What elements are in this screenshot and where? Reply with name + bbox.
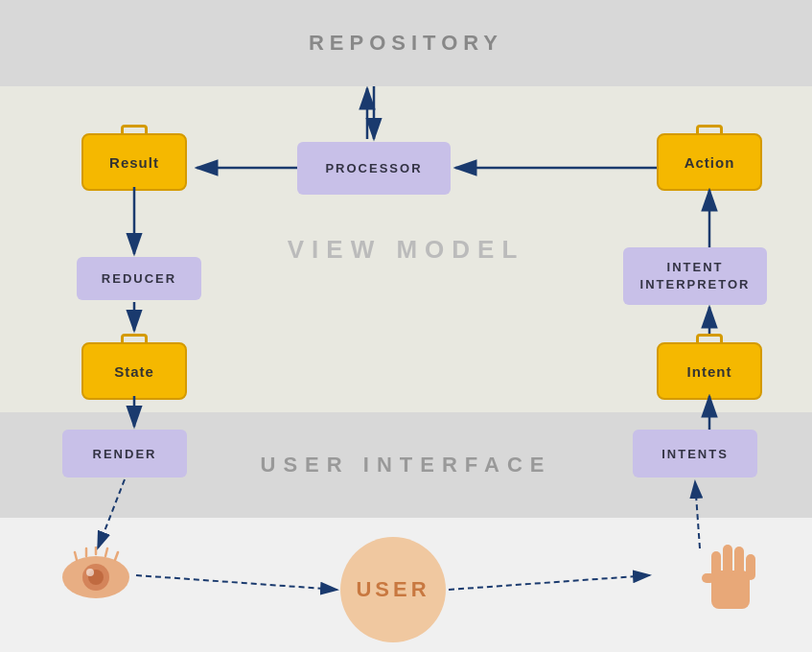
hand-icon (697, 537, 764, 627)
result-suitcase: Result (81, 125, 187, 191)
svg-line-6 (105, 548, 107, 556)
result-body: Result (81, 133, 187, 191)
action-body: Action (657, 133, 762, 191)
reducer-box: REDUCER (77, 257, 201, 300)
render-box: RENDER (62, 430, 187, 477)
repository-label: REPOSITORY (309, 31, 503, 56)
svg-line-3 (75, 552, 77, 560)
viewmodel-label: VIEW MODEL (288, 235, 525, 265)
svg-point-8 (86, 569, 94, 576)
processor-box: PROCESSOR (297, 142, 451, 195)
user-circle: USER (340, 537, 446, 642)
action-suitcase: Action (657, 125, 762, 191)
repository-section: REPOSITORY (0, 0, 812, 86)
intent-interpretor-box: INTENT INTERPRETOR (623, 247, 767, 305)
state-suitcase: State (81, 334, 187, 400)
state-body: State (81, 342, 187, 400)
svg-rect-13 (746, 554, 755, 580)
svg-rect-12 (734, 547, 744, 578)
eye-icon (58, 547, 134, 608)
intent-suitcase: Intent (657, 334, 762, 400)
ui-label: USER INTERFACE (261, 453, 552, 477)
svg-rect-14 (702, 573, 715, 583)
svg-rect-11 (723, 545, 732, 578)
intents-box: INTENTS (633, 430, 757, 477)
intent-body: Intent (657, 342, 762, 400)
svg-line-7 (115, 552, 118, 560)
